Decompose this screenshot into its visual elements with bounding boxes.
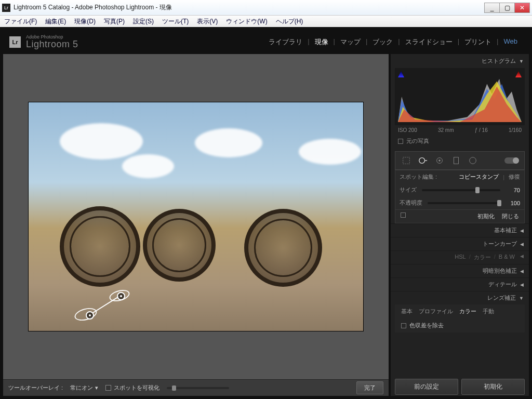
spot-source-pin[interactable]: [117, 292, 125, 300]
content: ツールオーバーレイ : 常にオン ▾ スポットを可視化 完了 ヒストグラム▼: [3, 54, 529, 396]
menu-file[interactable]: ファイル(F): [4, 17, 37, 26]
lens-basic-tab[interactable]: 基本: [401, 308, 413, 315]
size-value[interactable]: 70: [506, 187, 520, 193]
visualize-spots-checkbox[interactable]: スポットを可視化: [105, 384, 159, 392]
spot-edit-title: スポット編集 :: [400, 173, 437, 181]
crop-tool[interactable]: [401, 155, 412, 166]
clone-tab[interactable]: コピースタンプ: [459, 173, 499, 181]
spot-action-bar: 初期化 閉じる: [395, 210, 525, 223]
graduated-filter-tool[interactable]: [450, 155, 462, 166]
triangle-left-icon: ◀: [520, 269, 524, 274]
svg-point-3: [438, 159, 441, 162]
splittone-panel-header[interactable]: 明暗別色補正◀: [391, 264, 529, 277]
histogram[interactable]: [395, 68, 525, 125]
reset-button[interactable]: 初期化: [461, 379, 525, 395]
lenscorr-panel-header[interactable]: レンズ補正▼: [391, 291, 529, 304]
lens-manual-tab[interactable]: 手動: [483, 308, 494, 315]
module-print[interactable]: プリント: [459, 37, 497, 47]
module-library[interactable]: ライブラリ: [263, 37, 308, 47]
size-label: サイズ: [400, 186, 417, 194]
opacity-value[interactable]: 100: [506, 200, 520, 206]
previous-settings-button[interactable]: 前の設定: [395, 379, 458, 395]
tonecurve-panel-header[interactable]: トーンカーブ◀: [391, 237, 529, 250]
color-tab[interactable]: カラー: [474, 254, 491, 261]
spot-link-line: [92, 296, 119, 313]
opacity-slider[interactable]: [428, 202, 500, 204]
brand-large: Lightroom 5: [26, 39, 78, 50]
module-slideshow[interactable]: スライドショー: [400, 37, 458, 47]
menu-settings[interactable]: 設定(S): [133, 17, 154, 26]
right-bottom-buttons: 前の設定 初期化: [391, 376, 529, 396]
menu-help[interactable]: ヘルプ(H): [276, 17, 303, 26]
brand-mark-icon: Lr: [9, 36, 21, 48]
exif-iso: ISO 200: [398, 127, 417, 133]
lens-profile-tab[interactable]: プロファイル: [419, 308, 453, 315]
size-slider[interactable]: [422, 189, 500, 191]
close-button[interactable]: ✕: [514, 3, 530, 13]
menu-window[interactable]: ウィンドウ(W): [226, 17, 267, 26]
done-button[interactable]: 完了: [356, 381, 383, 394]
app-body: Lr Adobe Photoshop Lightroom 5 ライブラリ| 現像…: [0, 27, 532, 399]
viewer-toolbar: ツールオーバーレイ : 常にオン ▾ スポットを可視化 完了: [3, 379, 389, 396]
window-title: Lightroom 5 Catalog - Adobe Photoshop Li…: [14, 3, 172, 12]
overlay-label: ツールオーバーレイ :: [8, 384, 63, 392]
module-picker: Lr Adobe Photoshop Lightroom 5 ライブラリ| 現像…: [3, 30, 529, 54]
histogram-plot: [398, 71, 522, 122]
remove-ca-checkbox[interactable]: 色収差を除去: [395, 318, 525, 332]
visualize-threshold-slider[interactable]: [167, 387, 229, 389]
bw-tab[interactable]: B & W: [499, 254, 515, 261]
app-icon: Lr: [2, 4, 10, 12]
spot-reset[interactable]: 初期化: [477, 212, 495, 220]
redeye-tool[interactable]: [434, 155, 445, 166]
chevron-down-icon: ▾: [95, 384, 98, 391]
svg-point-1: [419, 158, 425, 164]
hsl-tab[interactable]: HSL: [455, 254, 466, 261]
menu-photo[interactable]: 写真(P): [104, 17, 125, 26]
opacity-label: 不透明度: [400, 199, 422, 207]
checkbox-icon: [401, 323, 406, 328]
square-icon: [398, 139, 403, 144]
spot-close[interactable]: 閉じる: [502, 212, 519, 220]
lens-tabs: 基本 プロファイル カラー 手動: [395, 304, 525, 318]
hsl-panel-header[interactable]: HSL/ カラー/ B & W ◀: [391, 250, 529, 264]
menu-edit[interactable]: 編集(E): [45, 17, 66, 26]
spot-target-pin[interactable]: [86, 311, 94, 320]
maximize-button[interactable]: ▢: [499, 3, 515, 13]
svg-point-5: [470, 157, 476, 164]
svg-rect-0: [403, 157, 410, 164]
detail-panel-header[interactable]: ディテール◀: [391, 277, 529, 291]
menu-view[interactable]: 表示(V): [197, 17, 218, 26]
triangle-left-icon: ◀: [520, 228, 524, 233]
spot-edit-panel: スポット編集 : コピースタンプ | 修復 サイズ 70 不透明度 100: [395, 170, 525, 210]
triangle-left-icon: ◀: [520, 242, 524, 247]
exif-aperture: ƒ / 16: [475, 127, 488, 133]
exif-focal: 32 mm: [438, 127, 454, 133]
brand-text: Adobe Photoshop Lightroom 5: [26, 35, 78, 50]
original-toggle[interactable]: 元の写真: [391, 135, 529, 149]
spot-removal-tool[interactable]: [417, 155, 429, 166]
module-develop[interactable]: 現像: [310, 37, 334, 47]
module-book[interactable]: ブック: [367, 37, 398, 47]
titlebar: Lr Lightroom 5 Catalog - Adobe Photoshop…: [0, 0, 532, 16]
svg-rect-4: [454, 157, 459, 164]
window-controls: _ ▢ ✕: [485, 3, 530, 13]
heal-tab[interactable]: 修復: [509, 173, 520, 181]
triangle-left-icon: ◀: [520, 254, 524, 261]
image-viewer[interactable]: [3, 54, 389, 379]
menu-tool[interactable]: ツール(T): [162, 17, 189, 26]
module-web[interactable]: Web: [499, 37, 523, 47]
overlay-dropdown[interactable]: 常にオン ▾: [70, 384, 98, 392]
module-map[interactable]: マップ: [335, 37, 366, 47]
basic-panel-header[interactable]: 基本補正◀: [391, 223, 529, 237]
histogram-header[interactable]: ヒストグラム▼: [391, 54, 529, 68]
radial-filter-tool[interactable]: [467, 155, 478, 166]
menu-develop[interactable]: 現像(D): [74, 17, 96, 26]
panel-toggle-icon[interactable]: [401, 212, 406, 218]
triangle-down-icon: ▼: [519, 59, 524, 64]
panel-switch[interactable]: [504, 157, 519, 164]
lens-color-tab[interactable]: カラー: [459, 308, 476, 315]
right-panel: ヒストグラム▼ ISO 200 32 mm ƒ / 16 1/160 元の写真: [391, 54, 529, 396]
minimize-button[interactable]: _: [484, 3, 500, 13]
tool-strip: [395, 151, 525, 170]
triangle-down-icon: ▼: [519, 296, 524, 301]
